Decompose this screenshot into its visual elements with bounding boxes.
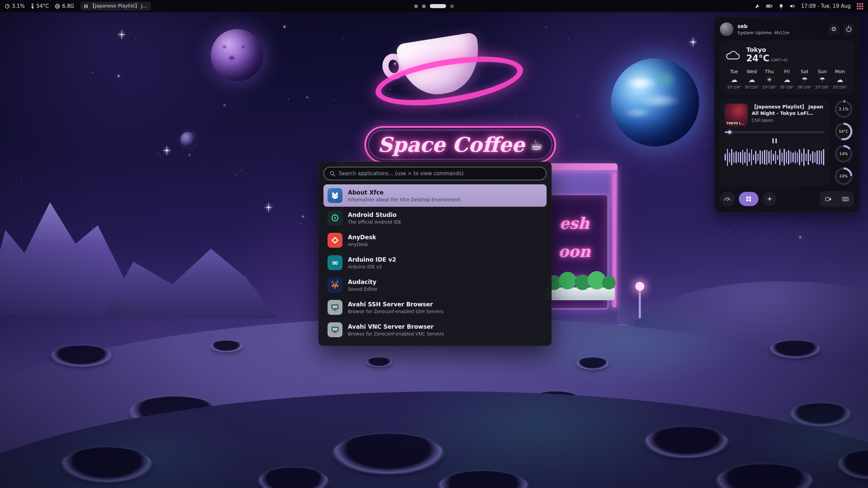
forecast-icon: ☀ [766, 76, 772, 83]
result-title: About Xfce [348, 189, 460, 196]
workspace-dot[interactable] [414, 4, 418, 8]
weather-temp: 24°C [746, 53, 769, 63]
result-description: AnyDesk [348, 242, 376, 247]
tools-icon[interactable] [755, 4, 760, 9]
result-audacity[interactable]: Audacity Sound Editor [323, 274, 547, 296]
speedometer-icon [724, 197, 731, 201]
workspace-indicator [414, 4, 454, 8]
theme-button[interactable] [763, 192, 777, 206]
apps-dashboard-button[interactable] [739, 192, 758, 206]
crater [770, 341, 821, 358]
result-android-studio[interactable]: Android Studio The official Android IDE [323, 207, 547, 229]
small-moon [180, 132, 196, 147]
keyboard-icon [842, 197, 849, 201]
media-progress-slider[interactable] [725, 131, 824, 133]
launcher-search[interactable] [323, 167, 547, 180]
sparkle-star [117, 30, 126, 39]
media-artist: Chill Japan. [752, 118, 824, 123]
crater [366, 358, 392, 367]
shop-sign-text: Space Coffee [378, 133, 525, 157]
result-description: The official Android IDE [348, 219, 401, 225]
workspace-active-pill[interactable] [430, 4, 446, 8]
earth-planet [611, 58, 699, 146]
cpu-value: 3.1% [12, 3, 25, 9]
forecast-icon: ☁ [784, 76, 790, 83]
anydesk-icon [328, 233, 342, 248]
user-card: seb System Uptime: 4h11m ⚙ [720, 22, 854, 36]
weather-cloud-icon [725, 49, 742, 61]
weather-timezone: (GMT+9) [771, 58, 788, 62]
system-uptime: System Uptime: 4h11m [737, 30, 824, 35]
forecast-icon: ☂ [819, 76, 825, 83]
battery-icon[interactable] [766, 4, 773, 8]
progress-knob[interactable] [728, 130, 731, 134]
audacity-icon [328, 278, 342, 292]
sparkle-star [688, 37, 698, 47]
system-gauges: 3.1% 54°C 14% 24% [833, 99, 854, 186]
power-icon [846, 27, 851, 32]
lamp-post [639, 288, 641, 319]
result-description: Browse for Zeroconf-enabled SSH Servers [348, 309, 443, 314]
forecast-icon: ☁ [731, 76, 737, 83]
power-button[interactable] [843, 24, 854, 35]
top-bar: 3.1% 54°C 6.8G 【Japanese Playlist】 J... [0, 0, 868, 12]
memory-gauge: 14% [835, 145, 852, 163]
result-about-xfce[interactable]: About Xfce Information about the Xfce De… [323, 184, 547, 207]
temperature-value: 54°C [36, 3, 49, 9]
result-title: Audacity [348, 279, 377, 285]
keyboard-button[interactable] [838, 193, 852, 205]
sparkle-star [162, 146, 172, 155]
result-avahi-vnc[interactable]: Avahi VNC Server Browser Browse for Zero… [323, 319, 547, 341]
thermometer-icon [31, 3, 34, 9]
workspace-dot[interactable] [450, 4, 454, 8]
video-icon [825, 197, 831, 201]
weather-city: Tokyo [746, 46, 788, 53]
memory-indicator[interactable]: 6.8G [55, 3, 74, 9]
gear-icon: ⚙ [831, 26, 836, 32]
forecast-day: Sun ☂ 33°/26° [813, 69, 831, 89]
xfce-mouse-icon [328, 188, 342, 203]
temperature-gauge: 54°C [835, 123, 852, 140]
result-description: Sound Editor [348, 286, 377, 292]
cpu-gauge: 3.1% [835, 100, 852, 118]
workspace-dot[interactable] [422, 4, 426, 8]
screen-record-button[interactable] [821, 193, 835, 205]
topbar-media-widget[interactable]: 【Japanese Playlist】 J... [80, 2, 151, 11]
launcher-results: About Xfce Information about the Xfce De… [323, 184, 547, 341]
memory-chip-icon [55, 4, 60, 9]
server-browser-icon [328, 322, 342, 337]
play-pause-button[interactable] [770, 136, 779, 145]
sparkle-star [264, 203, 273, 212]
result-title: Avahi VNC Server Browser [348, 323, 444, 330]
avatar[interactable] [720, 22, 733, 36]
cpu-indicator[interactable]: 3.1% [5, 3, 25, 9]
crater [332, 434, 444, 474]
topbar-media-title: 【Japanese Playlist】 J... [90, 3, 147, 9]
volume-icon[interactable] [790, 4, 795, 8]
purple-planet [211, 29, 263, 81]
result-description: Information about the Xfce Desktop Envir… [348, 197, 460, 202]
clock[interactable]: 17:09 - Tue, 19 Aug [801, 3, 851, 9]
weather-card: Tokyo 24°C(GMT+9) Tue ☁ 33°/24° Wed ☁ 35… [720, 41, 854, 94]
search-input[interactable] [339, 170, 540, 177]
result-arduino[interactable]: ∞ Arduino IDE v2 Arduino IDE v2 [323, 251, 547, 274]
audio-waveform [725, 147, 824, 167]
album-art[interactable]: TOKYO L... [725, 104, 748, 127]
forecast-day: Wed ☁ 35°/25° [743, 69, 761, 89]
performance-button[interactable] [720, 192, 735, 206]
crater [210, 341, 242, 352]
bush [559, 272, 576, 289]
memory-value: 6.8G [62, 3, 74, 9]
temperature-indicator[interactable]: 54°C [31, 3, 49, 9]
android-studio-icon [328, 210, 342, 225]
settings-button[interactable]: ⚙ [828, 24, 839, 35]
media-player-card: TOKYO L... 【Japanese Playlist】 Japan All… [720, 99, 829, 186]
window-neon-text: oon [558, 240, 591, 263]
search-icon [330, 171, 335, 177]
forecast-day: Fri ☁ 35°/26° [778, 69, 796, 89]
result-anydesk[interactable]: AnyDesk AnyDesk [323, 229, 547, 251]
result-avahi-ssh[interactable]: Avahi SSH Server Browser Browse for Zero… [323, 296, 547, 319]
notification-bell-icon[interactable] [779, 4, 784, 9]
crater [61, 447, 153, 483]
app-grid-button[interactable] [857, 3, 863, 9]
